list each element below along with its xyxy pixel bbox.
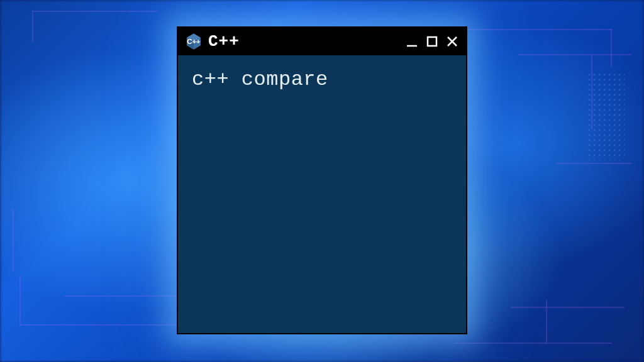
close-icon	[447, 36, 458, 47]
maximize-icon	[426, 36, 438, 47]
cpp-hexagon-icon: C++	[184, 32, 203, 51]
terminal-content: c++ compare	[192, 68, 452, 91]
maximize-button[interactable]	[425, 34, 440, 49]
window-controls	[404, 34, 460, 49]
terminal-window: C++ C++ c++ compare	[177, 26, 467, 334]
terminal-body[interactable]: c++ compare	[178, 55, 466, 333]
window-title: C++	[208, 32, 399, 51]
close-button[interactable]	[445, 34, 460, 49]
minimize-button[interactable]	[404, 34, 419, 49]
svg-rect-5	[428, 37, 436, 46]
minimize-icon	[406, 40, 418, 52]
svg-text:C++: C++	[187, 38, 201, 45]
window-titlebar[interactable]: C++ C++	[178, 28, 466, 55]
